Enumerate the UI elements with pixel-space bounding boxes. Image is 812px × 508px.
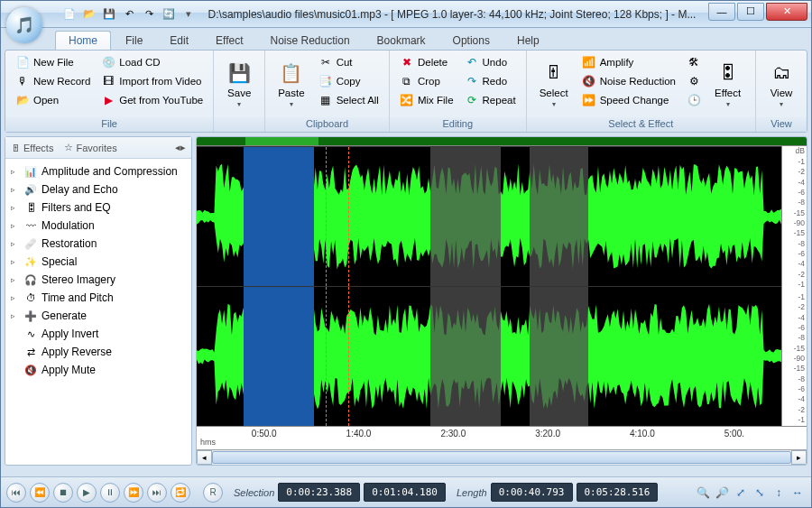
film-icon: 🎞 [101,74,115,88]
tree-item[interactable]: ⇄Apply Reverse [7,343,189,361]
close-button[interactable]: ✕ [766,3,807,21]
repeat-button[interactable]: ⟳Repeat [460,91,521,109]
tab-effect[interactable]: Effect [203,32,255,50]
selection-region[interactable] [244,147,314,286]
tree-item[interactable]: 🔇Apply Mute [7,361,189,379]
forward-button[interactable]: ⏩ [124,483,143,503]
db-scale: dB -1-2-4-6-8-15-90-15-8-6-4-2-1 -1-2-4-… [781,146,807,426]
zoom-v-in-button[interactable]: ↕ [770,485,787,501]
overview-bar[interactable] [197,137,807,146]
folder-open-icon: 📂 [15,93,30,107]
view-button[interactable]: 🗂View▾ [761,53,801,115]
scroll-left-button[interactable]: ◂ [197,450,212,465]
app-logo[interactable]: 🎵 [6,7,42,43]
qat-new-icon[interactable]: 📄 [62,7,77,22]
select-button[interactable]: 🎚Select▾ [532,53,576,115]
category-icon: 🔊 [23,182,38,197]
tab-bookmark[interactable]: Bookmark [364,32,438,50]
go-end-button[interactable]: ⏭ [147,483,167,503]
tree-item[interactable]: ▹🎧Stereo Imagery [7,271,189,289]
tree-item[interactable]: ▹✨Special [7,253,189,271]
save-button[interactable]: 💾Save▾ [219,53,259,115]
noise-icon: 🔇 [582,74,596,88]
get-youtube-button[interactable]: ▶Get from YouTube [97,91,208,109]
tab-options[interactable]: Options [440,32,503,50]
load-cd-button[interactable]: 💿Load CD [97,53,208,71]
tree-item-label: Special [42,255,77,268]
amplify-button[interactable]: 📶Amplify [577,53,680,71]
pause-button[interactable]: ⏸ [100,483,120,503]
tree-item[interactable]: ▹⏱Time and Pitch [7,289,189,307]
zoom-in-button[interactable]: 🔍 [695,485,711,501]
import-video-button[interactable]: 🎞Import from Video [97,72,208,90]
rewind-button[interactable]: ⏪ [30,483,50,503]
cd-icon: 💿 [101,55,115,69]
tab-file[interactable]: File [113,32,155,50]
scroll-right-button[interactable]: ▸ [791,450,807,465]
open-button[interactable]: 📂Open [11,91,95,109]
qat-undo-icon[interactable]: ↶ [122,7,136,22]
tree-item[interactable]: ▹🩹Restoration [7,235,189,253]
tab-edit[interactable]: Edit [157,32,201,50]
stop-button[interactable]: ⏹ [53,483,73,503]
qat-open-icon[interactable]: 📂 [82,7,97,22]
expand-icon: ▹ [11,275,20,284]
speed-extra-button[interactable]: 🕒 [682,91,706,109]
waveform-left-channel[interactable] [197,146,781,286]
tab-help[interactable]: Help [504,32,552,50]
zoom-out-button[interactable]: 🔎 [714,485,730,501]
record-button[interactable]: R [203,483,223,503]
cut-button[interactable]: ✂Cut [314,53,383,71]
group-view-label: View [756,117,807,132]
sidebar-tab-favorites[interactable]: ☆Favorites [64,142,116,153]
mix-file-button[interactable]: 🔀Mix File [395,91,458,109]
tree-item[interactable]: ▹🔊Delay and Echo [7,180,189,199]
loop-button[interactable]: 🔁 [171,483,190,503]
noise-reduction-button[interactable]: 🔇Noise Reduction [577,72,680,90]
go-start-button[interactable]: ⏮ [6,483,26,503]
qat-redo-icon[interactable]: ↷ [142,7,156,22]
zoom-fit-button[interactable]: ⤡ [752,485,768,501]
maximize-button[interactable]: ☐ [737,3,764,21]
zoom-selection-button[interactable]: ⤢ [733,485,749,501]
minimize-button[interactable]: — [708,3,735,21]
tree-item[interactable]: ▹➕Generate [7,307,189,325]
tree-item[interactable]: ▹〰Modulation [7,217,189,235]
copy-button[interactable]: 📑Copy [314,72,383,90]
category-icon: 〰 [23,218,38,233]
category-icon: 🩹 [23,236,38,251]
play-button[interactable]: ▶ [77,483,97,503]
undo-button[interactable]: ↶Undo [460,53,521,71]
new-record-button[interactable]: 🎙New Record [11,72,95,90]
speed-icon: ⏩ [582,93,596,107]
expand-icon: ▹ [11,293,20,302]
crop-button[interactable]: ⧉Crop [395,72,458,90]
redo-button[interactable]: ↷Redo [460,72,521,90]
qat-more-icon[interactable]: ▾ [181,7,196,22]
delete-button[interactable]: ✖Delete [395,53,458,71]
length-end: 0:05:28.516 [577,483,659,502]
qat-refresh-icon[interactable]: 🔄 [161,7,176,22]
nr-extra-button[interactable]: ⚙ [682,72,706,90]
tree-item[interactable]: ▹📊Amplitude and Compression [7,162,189,180]
amplify-extra-button[interactable]: 🛠 [682,53,706,71]
qat-save-icon[interactable]: 💾 [102,7,116,22]
tree-item[interactable]: ∿Apply Invert [7,325,189,343]
new-file-icon: 📄 [15,55,30,69]
sidebar-nav-icon[interactable]: ◂▸ [175,142,186,153]
waveform-right-channel[interactable] [197,286,781,426]
new-file-button[interactable]: 📄New File [11,53,95,71]
tree-item-label: Generate [42,309,87,322]
tree-item[interactable]: ▹🎛Filters and EQ [7,199,189,217]
paste-button[interactable]: 📋Paste▾ [271,53,311,115]
sidebar-tab-effects[interactable]: 🎚Effects [11,143,53,153]
zoom-v-out-button[interactable]: ↔ [789,485,806,501]
selection-start: 0:00:23.388 [278,483,360,502]
tab-home[interactable]: Home [55,31,111,50]
select-all-button[interactable]: ▦Select All [314,91,383,109]
horizontal-scrollbar[interactable]: ◂ ▸ [197,449,807,465]
speed-change-button[interactable]: ⏩Speed Change [577,91,680,109]
effect-button[interactable]: 🎛Effect▾ [707,53,748,115]
tab-noise-reduction[interactable]: Noise Reduction [258,32,363,50]
length-start: 0:00:40.793 [491,483,573,502]
